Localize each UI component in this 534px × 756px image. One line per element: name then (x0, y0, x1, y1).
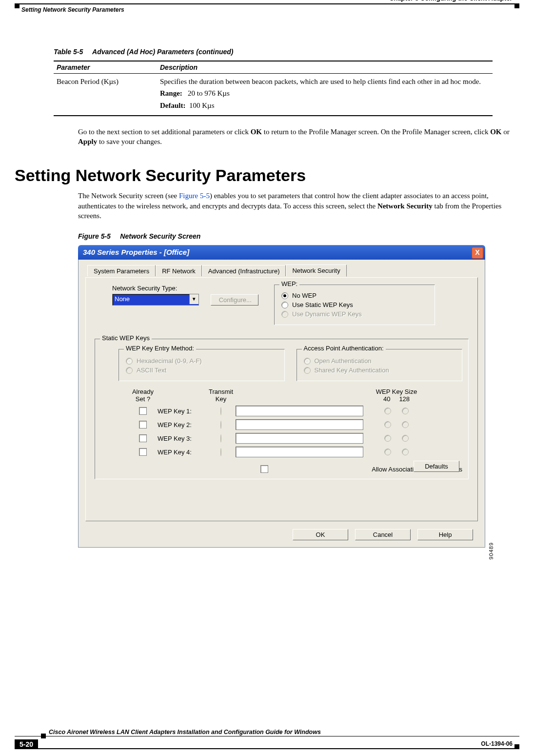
radio-icon (281, 311, 288, 318)
p1-c: to return to the Profile Manager screen.… (262, 128, 490, 136)
wep-key-input-1[interactable] (236, 406, 363, 416)
default-value: 100 Kµs (189, 102, 215, 109)
wep-key-row-1: WEP Key 1: (128, 406, 462, 416)
configure-button[interactable]: Configure... (211, 294, 258, 306)
close-icon: X (475, 248, 479, 256)
page-footer: Cisco Aironet Wireless LAN Client Adapte… (15, 724, 519, 749)
allow-mixed-check[interactable] (260, 465, 268, 473)
already-set-check-3[interactable] (139, 434, 147, 442)
static-wep-groupbox: Static WEP Keys WEP Key Entry Method: He… (95, 339, 469, 479)
p1-ok1: OK (251, 128, 262, 136)
already-set-check-4[interactable] (139, 448, 147, 456)
radio-label-shared-auth: Shared Key Authentication (315, 367, 389, 374)
wep-key-label-1: WEP Key 1: (158, 408, 206, 415)
p2-a: The Network Security screen (see (78, 192, 179, 200)
tab-network-security[interactable]: Network Security (286, 265, 346, 277)
range-label: Range: (160, 89, 182, 97)
wep-legend: WEP: (279, 280, 299, 287)
page: Chapter 5 Configuring the Client Adapter… (0, 0, 534, 756)
chevron-down-icon: ▼ (189, 294, 198, 304)
radio-shared-auth[interactable]: Shared Key Authentication (304, 367, 455, 374)
ok-button[interactable]: OK (293, 529, 348, 540)
hdr-40: 40 (383, 395, 390, 403)
wep-key-input-3[interactable] (236, 433, 363, 444)
figure-caption: Figure 5-5 Network Security Screen (78, 232, 519, 240)
size-128-radio-4[interactable] (402, 449, 409, 455)
paragraph-intro: The Network Security screen (see Figure … (78, 191, 514, 221)
size-40-radio-3[interactable] (384, 435, 391, 442)
desc-range: Range: 20 to 976 Kµs (160, 88, 490, 98)
entry-method-group: WEP Key Entry Method: Hexadecimal (0-9, … (119, 349, 285, 381)
chapter-label: Chapter 5 Configuring the Client Adapter (390, 0, 513, 2)
radio-hex[interactable]: Hexadecimal (0-9, A-F) (126, 357, 277, 365)
hdr-already-set: Already Set ? (128, 388, 158, 403)
figure-link[interactable]: Figure 5-5 (179, 192, 210, 200)
radio-icon (304, 358, 311, 365)
hdr-size-label: WEP Key Size (372, 388, 421, 395)
radio-open-auth[interactable]: Open Authentication (304, 357, 455, 365)
dialog-titlebar[interactable]: 340 Series Properties - [Office] X (78, 245, 485, 260)
already-set-check-2[interactable] (139, 421, 147, 429)
wep-key-grid: Already Set ? Transmit Key (128, 388, 462, 457)
grid-headers: Already Set ? Transmit Key (128, 388, 462, 403)
dialog-body: System ParametersRF NetworkAdvanced (Inf… (78, 260, 485, 548)
radio-ascii[interactable]: ASCII Text (126, 367, 277, 374)
default-label: Default: (160, 102, 186, 109)
paragraph-instructions: Go to the next section to set additional… (78, 127, 514, 147)
page-number: 5-20 (15, 739, 38, 749)
size-40-radio-4[interactable] (384, 449, 391, 455)
desc-default: Default: 100 Kµs (160, 101, 490, 110)
figure-id: 90489 (488, 542, 494, 560)
wep-key-input-2[interactable] (236, 419, 363, 430)
security-type-block: Network Security Type: None ▼ Configure.… (112, 285, 258, 306)
radio-static-wep[interactable]: Use Static WEP Keys (281, 301, 428, 308)
radio-no-wep[interactable]: No WEP (281, 292, 428, 299)
radio-label-dynamic-wep: Use Dynamic WEP Keys (292, 310, 362, 318)
wep-key-label-3: WEP Key 3: (158, 435, 206, 442)
radio-label-ascii: ASCII Text (137, 367, 166, 374)
size-40-radio-2[interactable] (384, 421, 391, 428)
tab-advanced-infra[interactable]: Advanced (Infrastructure) (202, 265, 286, 276)
transmit-radio-4[interactable] (220, 448, 221, 456)
static-wep-legend: Static WEP Keys (100, 334, 152, 342)
wep-key-input-4[interactable] (236, 447, 363, 457)
already-set-check-1[interactable] (139, 407, 147, 415)
entry-method-legend: WEP Key Entry Method: (124, 345, 196, 352)
header-marker-right (514, 3, 519, 8)
tab-system-parameters[interactable]: System Parameters (87, 265, 156, 276)
col-header-parameter: Parameter (54, 61, 157, 74)
cancel-button[interactable]: Cancel (355, 529, 411, 540)
defaults-button[interactable]: Defaults (414, 461, 459, 472)
transmit-radio-1[interactable] (220, 407, 221, 415)
size-128-radio-1[interactable] (402, 408, 409, 414)
radio-icon (126, 367, 133, 374)
hdr-already: Already (128, 388, 158, 395)
p1-apply: Apply (78, 138, 97, 145)
help-button[interactable]: Help (417, 529, 473, 540)
security-type-dropdown[interactable]: None ▼ (112, 294, 199, 306)
radio-label-static-wep: Use Static WEP Keys (292, 301, 353, 308)
dialog-button-row: OK Cancel Help (293, 529, 473, 540)
cell-parameter: Beacon Period (Kµs) (54, 74, 157, 116)
transmit-radio-2[interactable] (220, 421, 221, 429)
wep-key-row-3: WEP Key 3: (128, 433, 462, 444)
figure-caption-number: Figure 5-5 (78, 232, 111, 240)
section-label: Setting Network Security Parameters (21, 6, 124, 13)
radio-icon (281, 292, 288, 299)
p1-g: to save your changes. (97, 138, 162, 145)
hdr-set: Set ? (128, 395, 158, 403)
transmit-radio-3[interactable] (220, 434, 221, 443)
radio-dynamic-wep[interactable]: Use Dynamic WEP Keys (281, 310, 428, 318)
subgroups-row: WEP Key Entry Method: Hexadecimal (0-9, … (119, 349, 462, 381)
figure-caption-title: Network Security Screen (120, 232, 200, 240)
radio-icon (304, 367, 311, 374)
radio-label-no-wep: No WEP (292, 292, 316, 299)
size-128-radio-3[interactable] (402, 435, 409, 442)
p1-a: Go to the next section to set additional… (78, 128, 251, 136)
radio-icon (126, 358, 133, 365)
size-128-radio-2[interactable] (402, 421, 409, 428)
close-button[interactable]: X (472, 247, 483, 259)
size-40-radio-1[interactable] (384, 408, 391, 414)
tab-rf-network[interactable]: RF Network (156, 265, 202, 276)
col-header-description: Description (157, 61, 493, 74)
